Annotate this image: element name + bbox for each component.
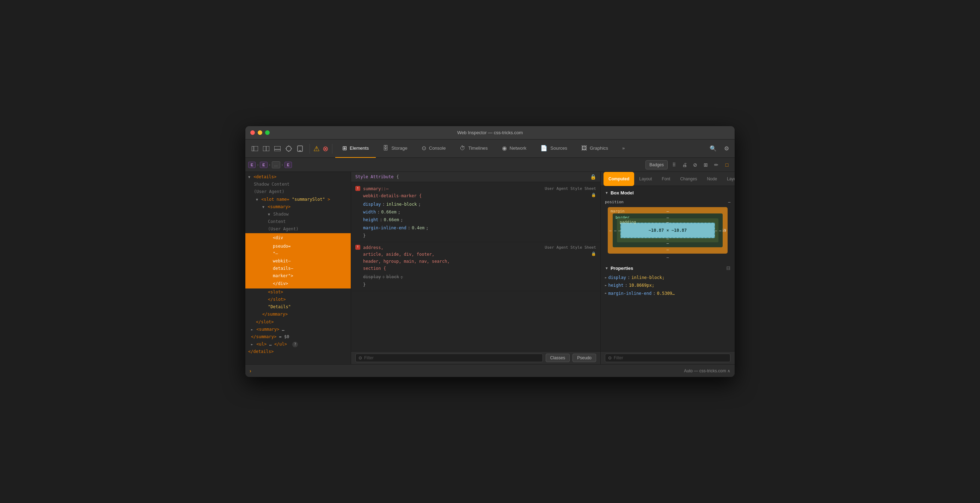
selected-dom-line-2[interactable]: pseudo= xyxy=(245,243,351,250)
tab-font[interactable]: Font xyxy=(657,172,675,186)
breadcrumb: E › E › ... › E xyxy=(248,161,644,168)
prop-row: } xyxy=(363,232,596,240)
selected-dom-line-4[interactable]: webkit– xyxy=(245,257,351,265)
rule-body-1: display : inline-block ; width : 0.66em … xyxy=(355,200,596,240)
prop-expand-arrow-2[interactable]: ► xyxy=(605,283,607,288)
dom-line[interactable]: </slot> xyxy=(245,319,351,326)
selected-dom-line[interactable]: <div xyxy=(245,233,351,243)
selected-dom-line-3[interactable]: "– xyxy=(245,250,351,257)
sidebar-toggle-icon[interactable] xyxy=(250,144,260,154)
box-model-label: Box Model xyxy=(611,190,634,195)
styles-bottom: ⊙ Filter Classes Pseudo xyxy=(351,351,600,364)
dom-line[interactable]: (User Agent) xyxy=(245,225,351,233)
prop-row: height : 0.66em ; xyxy=(363,216,596,224)
rule-selector-2: address,article, aside, div, footer,head… xyxy=(363,244,542,272)
tab-computed[interactable]: Computed xyxy=(603,172,634,186)
dom-line[interactable]: ▼ Shadow xyxy=(245,211,351,218)
bottom-panel-icon[interactable] xyxy=(272,144,283,154)
tab-more[interactable]: » xyxy=(615,140,632,158)
tab-node[interactable]: Node xyxy=(702,172,722,186)
print-icon[interactable]: 🖨 xyxy=(680,160,689,170)
close-button[interactable] xyxy=(250,130,255,135)
pencil-icon[interactable]: ✏ xyxy=(711,160,721,170)
dom-line[interactable]: ▼ <details> xyxy=(245,173,351,181)
breadcrumb-e-icon-2: E xyxy=(262,163,265,167)
dom-line[interactable]: "Details" xyxy=(245,303,351,311)
tab-changes[interactable]: Changes xyxy=(675,172,702,186)
prop-expand-arrow[interactable]: ► xyxy=(605,275,607,280)
prop-height: ► height : 10.8669px; xyxy=(605,281,730,289)
style-attr-label: Style Attribute xyxy=(355,175,393,179)
inspect-icon[interactable] xyxy=(283,144,294,154)
rule-dot-red: ! xyxy=(355,186,360,191)
pseudo-button[interactable]: Pseudo xyxy=(573,354,596,362)
breadcrumb-item-3[interactable]: E xyxy=(285,162,292,168)
breadcrumb-item-2[interactable]: E xyxy=(260,162,267,168)
expand-arrow: ▼ xyxy=(248,175,250,179)
tab-timelines-label: Timelines xyxy=(468,146,488,151)
padding-top-val: – xyxy=(667,220,669,224)
dom-line[interactable]: <slot> xyxy=(245,289,351,296)
style-rule-1: ! summary::–webkit-details-marker { User… xyxy=(351,184,600,242)
styles-header: Style Attribute { 🔒 xyxy=(351,172,600,182)
devtools-window: Web Inspector — css-tricks.com ⚠ ⊗ xyxy=(245,126,735,377)
rows-icon[interactable]: ⠿ xyxy=(669,160,679,170)
padding-bottom-val: – xyxy=(667,236,669,241)
dom-line[interactable]: ▼ <summary> xyxy=(245,203,351,211)
dom-line[interactable]: </slot> xyxy=(245,296,351,303)
device-icon[interactable] xyxy=(295,144,305,154)
pause-icon[interactable]: ⊘ xyxy=(690,160,700,170)
tab-network[interactable]: ◉ Network xyxy=(495,140,534,158)
prop-row-strikethrough: display : block ; xyxy=(363,273,596,281)
badges-button[interactable]: Badges xyxy=(646,160,668,170)
panel-toggle-icon[interactable] xyxy=(261,144,271,154)
dom-line[interactable]: Shadow Content xyxy=(245,181,351,188)
storage-icon: 🗄 xyxy=(383,145,388,151)
tab-sources-label: Sources xyxy=(550,146,567,151)
breadcrumb-item-1[interactable]: E xyxy=(248,162,256,168)
window-title: Web Inspector — css-tricks.com xyxy=(457,130,523,135)
search-icon[interactable]: 🔍 xyxy=(708,144,718,154)
tab-layout[interactable]: Layout xyxy=(634,172,657,186)
warning-button[interactable]: ⚠ xyxy=(313,144,320,153)
tab-sources[interactable]: 📄 Sources xyxy=(533,140,574,158)
selected-dom-line-6[interactable]: marker"> xyxy=(245,272,351,280)
tab-layers[interactable]: Layers xyxy=(722,172,735,186)
dom-line[interactable]: Content xyxy=(245,218,351,225)
dom-line[interactable]: ► <ul> … </ul> ? xyxy=(245,341,351,348)
box-icon[interactable]: □ xyxy=(722,160,732,170)
lock-icon: 🔒 xyxy=(590,174,596,179)
dom-line[interactable]: (User Agent) xyxy=(245,188,351,195)
border-left-val: – xyxy=(614,228,617,233)
tab-graphics[interactable]: 🖼 Graphics xyxy=(574,140,615,158)
expand-arrow-3: ▼ xyxy=(262,205,264,209)
selected-dom-line-7[interactable]: </div> xyxy=(245,280,351,289)
grid-icon[interactable]: ⊞ xyxy=(701,160,711,170)
tab-elements-label: Elements xyxy=(350,146,369,151)
tab-elements[interactable]: ⊞ Elements xyxy=(335,140,376,158)
expand-arrow-2: ▼ xyxy=(256,198,258,202)
tab-timelines[interactable]: ⏱ Timelines xyxy=(453,140,495,158)
help-icon[interactable]: ? xyxy=(292,342,298,347)
selected-dom-line-5[interactable]: details– xyxy=(245,265,351,272)
position-row: position – xyxy=(605,200,730,204)
settings-icon[interactable]: ⚙ xyxy=(721,144,732,154)
dom-line[interactable]: ► <summary> … xyxy=(245,326,351,333)
tab-storage[interactable]: 🗄 Storage xyxy=(376,140,415,158)
padding-left-val: – xyxy=(618,228,621,233)
dom-line[interactable]: ▼ <slot name= "summarySlot" > xyxy=(245,196,351,203)
classes-button[interactable]: Classes xyxy=(546,354,570,362)
dom-line[interactable]: </details> xyxy=(245,348,351,355)
prop-expand-arrow-3[interactable]: ► xyxy=(605,290,607,296)
maximize-button[interactable] xyxy=(265,130,270,135)
dom-line[interactable]: </summary> xyxy=(245,311,351,318)
minimize-button[interactable] xyxy=(258,130,262,135)
tab-console[interactable]: ⊙ Console xyxy=(415,140,453,158)
computed-filter-input[interactable]: ⊙ Filter xyxy=(605,354,730,362)
styles-filter-input[interactable]: ⊙ Filter xyxy=(355,354,543,362)
error-button[interactable]: ⊗ xyxy=(322,144,329,153)
breadcrumb-ellipsis[interactable]: ... xyxy=(272,161,280,168)
svg-rect-4 xyxy=(274,146,281,151)
console-prompt-icon: › xyxy=(250,368,251,374)
dom-line[interactable]: </summary> = $0 xyxy=(245,333,351,341)
